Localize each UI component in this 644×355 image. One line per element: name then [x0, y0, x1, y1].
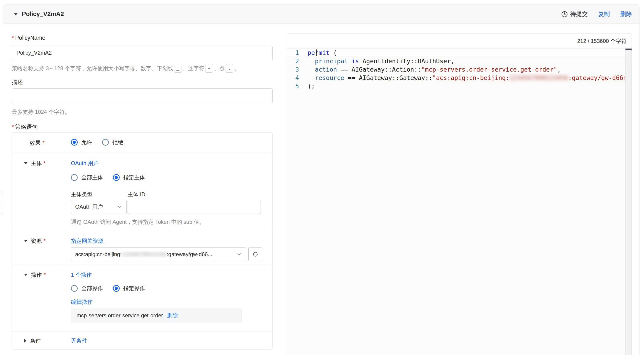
resource-select[interactable]: acs:apig:cn-beijing:123456789012345:gate… [71, 247, 246, 261]
policy-card-header: Policy_V2mA2 待提交 复制 删除 [4, 5, 639, 24]
policy-editor-page: Policy_V2mA2 待提交 复制 删除 *P [0, 0, 644, 355]
principal-section: 主体* OAuth 用户 全部主体 指定主体 [12, 153, 272, 231]
edit-actions-link[interactable]: 编辑操作 [71, 298, 92, 306]
header-actions: 待提交 复制 删除 [561, 10, 632, 18]
header-separator [615, 11, 615, 18]
code-line-2[interactable]: 2 principal is AgentIdentity::OAuthUser, [287, 57, 625, 65]
principal-type-select[interactable]: OAuth 用户 [71, 200, 127, 214]
radio-selected-icon [113, 174, 120, 181]
principal-label: 主体* [31, 160, 46, 167]
principal-help: 通过 OAuth 访问 Agent，支持指定 Token 中的 sub 值。 [71, 218, 204, 226]
status-badge: 待提交 [561, 10, 588, 18]
resource-value: acs:apig:cn-beijing:123456789012345:gate… [75, 251, 212, 258]
principal-collapse-caret-icon[interactable] [24, 162, 27, 164]
action-specified-radio[interactable]: 指定操作 [113, 285, 145, 292]
action-item-remove-link[interactable]: 删除 [167, 312, 178, 319]
resource-collapse-caret-icon[interactable] [24, 240, 27, 242]
policy-name-label: *PolicyName [12, 34, 46, 41]
description-textarea[interactable] [12, 88, 272, 103]
action-section: 操作* 1 个操作 全部操作 指定操作 [12, 265, 272, 332]
principal-type-label: 主体类型 [71, 191, 92, 198]
radio-unselected-icon [71, 285, 78, 292]
radio-selected-icon [71, 139, 78, 146]
policy-name-input[interactable] [12, 46, 272, 60]
radio-selected-icon [113, 285, 120, 292]
radio-unselected-icon [71, 174, 78, 181]
status-text: 待提交 [570, 10, 588, 18]
policy-title: Policy_V2mA2 [22, 10, 64, 18]
condition-expand-caret-icon[interactable] [24, 339, 26, 342]
line-number: 3 [287, 65, 308, 74]
action-collapse-caret-icon[interactable] [24, 274, 27, 276]
editor-vertical-scrollbar[interactable] [625, 48, 632, 355]
chevron-down-icon [236, 252, 242, 257]
action-summary-link[interactable]: 1 个操作 [71, 271, 92, 278]
line-number: 1 [287, 48, 308, 57]
resource-label: 资源* [31, 237, 46, 244]
chevron-down-icon [117, 204, 122, 210]
redacted-account-id: 123456789012345 [122, 251, 167, 258]
line-number: 4 [287, 74, 308, 82]
principal-all-radio[interactable]: 全部主体 [71, 174, 103, 181]
code-scroll-area[interactable]: 1 permit ( 2 principal is AgentIdentity:… [287, 48, 625, 355]
principal-id-input[interactable] [128, 200, 261, 214]
action-all-radio[interactable]: 全部操作 [71, 285, 103, 292]
description-label: 描述 [12, 78, 23, 86]
action-item-text: mcp-servers.order-service.get-order [76, 312, 163, 319]
redacted-account-id: 1234567890123456 [510, 74, 568, 81]
left-edge-drawer-handle[interactable] [0, 192, 3, 214]
policy-card: Policy_V2mA2 待提交 复制 删除 *P [3, 4, 640, 355]
code-line-3[interactable]: 3 action == AIGateway::Action::"mcp-serv… [287, 65, 625, 74]
code-line-5[interactable]: 5 ); [287, 82, 625, 90]
code-panel-header: 212 / 153600 个字符 [287, 34, 632, 48]
header-separator [593, 11, 593, 18]
line-number: 5 [287, 82, 308, 90]
effect-label: 效果* [30, 139, 44, 146]
radio-unselected-icon [102, 139, 109, 146]
required-asterisk: * [12, 124, 14, 130]
statement-box: 效果* 允许 拒绝 [12, 132, 272, 350]
condition-section: 条件 无条件 [12, 332, 272, 349]
text-cursor [316, 50, 316, 56]
code-line-4[interactable]: 4 resource == AIGateway::Gateway::"acs:a… [287, 74, 625, 82]
condition-summary-link[interactable]: 无条件 [71, 337, 87, 344]
code-line-1[interactable]: 1 permit ( [287, 48, 625, 57]
resource-summary-link[interactable]: 指定网关资源 [71, 237, 104, 244]
condition-label: 条件 [30, 337, 41, 344]
line-number: 2 [287, 57, 308, 65]
principal-id-label: 主体 ID [128, 191, 146, 198]
statement-label: *策略语句 [12, 123, 38, 130]
collapse-caret-icon[interactable] [14, 13, 18, 15]
required-asterisk: * [12, 35, 14, 41]
action-label: 操作* [31, 271, 46, 278]
refresh-icon [252, 251, 258, 258]
principal-specified-radio[interactable]: 指定主体 [113, 174, 145, 181]
refresh-button[interactable] [248, 247, 262, 261]
kbd-dot: . [226, 64, 233, 73]
description-help: 最多支持 1024 个字符。 [12, 108, 70, 116]
effect-deny-radio[interactable]: 拒绝 [102, 139, 123, 146]
kbd-underscore: _ [174, 64, 182, 73]
clock-icon [561, 11, 568, 18]
copy-button[interactable]: 复制 [598, 10, 610, 18]
resource-section: 资源* 指定网关资源 acs:apig:cn-beijing:123456789… [12, 231, 272, 265]
code-panel: 212 / 153600 个字符 1 permit ( 2 principal … [287, 34, 632, 355]
editor-scrollbar-thumb[interactable] [626, 48, 632, 50]
kbd-hyphen: - [205, 64, 213, 73]
effect-row: 效果* 允许 拒绝 [12, 132, 272, 153]
policy-name-help: 策略名称支持 3～128 个字符，允许使用大小写字母、数字、下划线_、连字符-、… [12, 64, 240, 73]
delete-button[interactable]: 删除 [620, 10, 632, 18]
action-item: mcp-servers.order-service.get-order 删除 [71, 308, 242, 323]
code-editor[interactable]: 1 permit ( 2 principal is AgentIdentity:… [287, 48, 632, 355]
effect-allow-radio[interactable]: 允许 [71, 139, 92, 146]
policy-card-body: *PolicyName 策略名称支持 3～128 个字符，允许使用大小写字母、数… [4, 24, 639, 355]
principal-summary-link[interactable]: OAuth 用户 [71, 160, 99, 167]
char-count: 212 / 153600 个字符 [577, 38, 626, 45]
